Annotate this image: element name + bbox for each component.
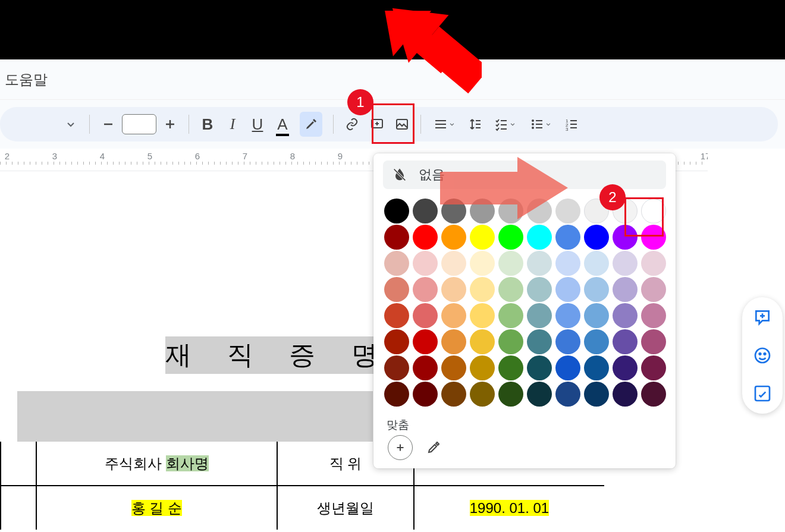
color-swatch[interactable] — [613, 355, 638, 380]
color-swatch[interactable] — [470, 303, 495, 328]
bold-button[interactable]: B — [196, 112, 219, 137]
color-swatch[interactable] — [441, 303, 466, 328]
color-swatch[interactable] — [613, 303, 638, 328]
color-swatch[interactable] — [498, 355, 523, 380]
color-swatch[interactable] — [384, 303, 409, 328]
highlight-color-button[interactable] — [300, 112, 322, 137]
side-emoji-button[interactable] — [751, 344, 774, 367]
color-swatch[interactable] — [384, 251, 409, 276]
add-custom-color-button[interactable] — [388, 435, 413, 460]
svg-rect-12 — [440, 172, 517, 204]
align-button[interactable] — [428, 112, 461, 137]
text-color-button[interactable]: A — [271, 112, 294, 137]
color-swatch[interactable] — [413, 329, 438, 354]
color-swatch[interactable] — [384, 225, 409, 250]
color-swatch[interactable] — [413, 251, 438, 276]
numbered-list-button[interactable]: 123 — [560, 112, 583, 137]
color-swatch[interactable] — [641, 303, 666, 328]
color-swatch[interactable] — [584, 382, 609, 407]
color-swatch[interactable] — [470, 251, 495, 276]
color-swatch[interactable] — [470, 277, 495, 302]
color-swatch[interactable] — [641, 251, 666, 276]
color-swatch[interactable] — [441, 225, 466, 250]
italic-button[interactable]: I — [221, 112, 244, 137]
increase-font-button[interactable] — [159, 112, 181, 137]
annotation-box-1 — [372, 103, 415, 144]
color-swatch[interactable] — [584, 225, 609, 250]
color-swatch[interactable] — [555, 382, 580, 407]
color-swatch[interactable] — [470, 382, 495, 407]
color-swatch[interactable] — [498, 251, 523, 276]
color-swatch[interactable] — [641, 329, 666, 354]
color-swatch[interactable] — [584, 251, 609, 276]
color-swatch[interactable] — [527, 303, 552, 328]
decrease-font-button[interactable] — [97, 112, 120, 137]
color-swatch[interactable] — [555, 277, 580, 302]
color-swatch[interactable] — [441, 251, 466, 276]
color-swatch[interactable] — [527, 329, 552, 354]
color-swatch[interactable] — [470, 225, 495, 250]
underline-button[interactable]: U — [246, 112, 269, 137]
color-swatch[interactable] — [555, 251, 580, 276]
color-swatch[interactable] — [498, 225, 523, 250]
font-size-input[interactable] — [122, 114, 156, 134]
color-swatch[interactable] — [555, 329, 580, 354]
color-swatch[interactable] — [384, 355, 409, 380]
color-swatch[interactable] — [584, 303, 609, 328]
color-swatch[interactable] — [441, 329, 466, 354]
color-swatch[interactable] — [641, 355, 666, 380]
cell-birthdate-label: 생년월일 — [277, 486, 414, 530]
color-swatch[interactable] — [584, 329, 609, 354]
color-swatch[interactable] — [498, 277, 523, 302]
color-swatch[interactable] — [641, 277, 666, 302]
chevron-down-icon — [544, 117, 552, 131]
color-swatch[interactable] — [613, 277, 638, 302]
color-swatch[interactable] — [441, 382, 466, 407]
plus-icon — [163, 117, 177, 131]
color-swatch[interactable] — [413, 277, 438, 302]
line-spacing-button[interactable] — [464, 112, 486, 137]
color-swatch[interactable] — [527, 225, 552, 250]
color-swatch[interactable] — [413, 225, 438, 250]
color-swatch[interactable] — [384, 382, 409, 407]
ruler-number: 7 — [243, 151, 247, 161]
color-swatch[interactable] — [584, 355, 609, 380]
numbered-list-icon: 123 — [564, 117, 579, 131]
color-swatch[interactable] — [527, 251, 552, 276]
color-swatch[interactable] — [584, 277, 609, 302]
color-swatch[interactable] — [470, 329, 495, 354]
table-row: 홍 길 순 생년월일 1990. 01. 01 — [1, 486, 604, 530]
color-swatch[interactable] — [613, 329, 638, 354]
color-swatch[interactable] — [527, 382, 552, 407]
eyedropper-button[interactable] — [422, 435, 445, 460]
color-swatch[interactable] — [413, 355, 438, 380]
color-swatch[interactable] — [441, 277, 466, 302]
color-swatch[interactable] — [555, 303, 580, 328]
color-swatch[interactable] — [613, 382, 638, 407]
color-swatch[interactable] — [527, 277, 552, 302]
color-swatch[interactable] — [527, 355, 552, 380]
color-swatch[interactable] — [384, 199, 409, 223]
side-add-comment-button[interactable] — [751, 306, 774, 329]
color-swatch[interactable] — [384, 277, 409, 302]
color-swatch[interactable] — [498, 329, 523, 354]
color-swatch[interactable] — [498, 382, 523, 407]
color-swatch[interactable] — [413, 382, 438, 407]
color-swatch[interactable] — [498, 303, 523, 328]
plus-circle-icon — [394, 441, 407, 454]
color-swatch[interactable] — [555, 225, 580, 250]
color-swatch[interactable] — [384, 329, 409, 354]
color-swatch[interactable] — [613, 251, 638, 276]
checklist-button[interactable] — [489, 112, 522, 137]
link-icon — [345, 117, 359, 131]
color-swatch[interactable] — [441, 355, 466, 380]
color-swatch[interactable] — [413, 303, 438, 328]
color-swatch[interactable] — [555, 355, 580, 380]
insert-link-button[interactable] — [341, 112, 363, 137]
color-swatch[interactable] — [641, 382, 666, 407]
side-suggest-button[interactable] — [751, 382, 774, 405]
color-swatch[interactable] — [470, 355, 495, 380]
menu-help[interactable]: 도움말 — [5, 70, 48, 89]
bulleted-list-button[interactable] — [525, 112, 558, 137]
font-dropdown[interactable] — [59, 112, 82, 137]
